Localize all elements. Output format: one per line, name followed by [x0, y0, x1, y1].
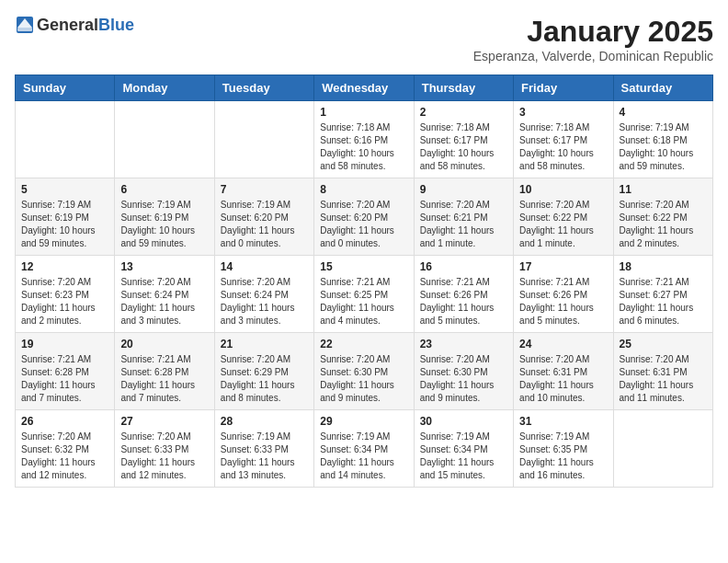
- day-number: 24: [519, 338, 607, 350]
- day-info: Sunrise: 7:20 AMSunset: 6:21 PMDaylight:…: [420, 199, 507, 250]
- day-info: Sunrise: 7:20 AMSunset: 6:30 PMDaylight:…: [420, 353, 507, 405]
- day-number: 29: [320, 415, 407, 428]
- day-info: Sunrise: 7:21 AMSunset: 6:25 PMDaylight:…: [320, 276, 407, 327]
- calendar-day-cell: 27Sunrise: 7:20 AMSunset: 6:33 PMDayligh…: [115, 410, 214, 488]
- logo-blue-text: Blue: [98, 16, 134, 35]
- day-info: Sunrise: 7:20 AMSunset: 6:33 PMDaylight:…: [120, 431, 208, 482]
- calendar-day-cell: 18Sunrise: 7:21 AMSunset: 6:27 PMDayligh…: [613, 256, 712, 333]
- calendar-day-cell: 10Sunrise: 7:20 AMSunset: 6:22 PMDayligh…: [514, 178, 613, 256]
- day-info: Sunrise: 7:19 AMSunset: 6:35 PMDaylight:…: [519, 431, 607, 482]
- day-number: 16: [420, 260, 507, 273]
- day-info: Sunrise: 7:20 AMSunset: 6:32 PMDaylight:…: [21, 431, 108, 482]
- day-info: Sunrise: 7:20 AMSunset: 6:29 PMDaylight:…: [221, 353, 308, 405]
- day-number: 7: [221, 183, 308, 196]
- calendar-header-row: SundayMondayTuesdayWednesdayThursdayFrid…: [16, 75, 713, 101]
- day-number: 4: [620, 106, 707, 119]
- calendar-week-row: 5Sunrise: 7:19 AMSunset: 6:19 PMDaylight…: [16, 178, 713, 256]
- title-section: January 2025 Esperanza, Valverde, Domini…: [473, 15, 713, 63]
- calendar-day-header: Thursday: [414, 75, 513, 101]
- day-number: 19: [21, 338, 108, 350]
- day-number: 18: [620, 260, 707, 273]
- calendar-week-row: 12Sunrise: 7:20 AMSunset: 6:23 PMDayligh…: [16, 256, 713, 333]
- calendar-day-cell: [115, 101, 214, 178]
- day-number: 9: [420, 183, 507, 196]
- calendar-day-cell: 29Sunrise: 7:19 AMSunset: 6:34 PMDayligh…: [314, 410, 414, 488]
- day-number: 5: [21, 183, 108, 196]
- day-info: Sunrise: 7:19 AMSunset: 6:34 PMDaylight:…: [420, 431, 507, 482]
- day-number: 3: [519, 106, 607, 119]
- calendar-day-header: Wednesday: [314, 75, 414, 101]
- calendar-day-cell: 9Sunrise: 7:20 AMSunset: 6:21 PMDaylight…: [414, 178, 513, 256]
- logo-icon: [15, 15, 35, 35]
- day-number: 31: [519, 415, 607, 428]
- day-info: Sunrise: 7:19 AMSunset: 6:19 PMDaylight:…: [21, 199, 108, 250]
- calendar-day-cell: 21Sunrise: 7:20 AMSunset: 6:29 PMDayligh…: [214, 333, 313, 410]
- calendar-day-header: Saturday: [613, 75, 712, 101]
- calendar-week-row: 26Sunrise: 7:20 AMSunset: 6:32 PMDayligh…: [16, 410, 713, 488]
- calendar-day-cell: 1Sunrise: 7:18 AMSunset: 6:16 PMDaylight…: [314, 101, 414, 178]
- day-number: 2: [420, 106, 507, 119]
- day-info: Sunrise: 7:21 AMSunset: 6:26 PMDaylight:…: [519, 276, 607, 327]
- day-info: Sunrise: 7:20 AMSunset: 6:30 PMDaylight:…: [320, 353, 407, 405]
- month-year-title: January 2025: [473, 15, 713, 49]
- day-info: Sunrise: 7:19 AMSunset: 6:18 PMDaylight:…: [620, 121, 707, 173]
- day-number: 11: [620, 183, 707, 196]
- day-number: 30: [420, 415, 507, 428]
- calendar-day-cell: 7Sunrise: 7:19 AMSunset: 6:20 PMDaylight…: [214, 178, 313, 256]
- calendar-day-header: Sunday: [16, 75, 115, 101]
- day-info: Sunrise: 7:18 AMSunset: 6:16 PMDaylight:…: [320, 121, 407, 173]
- day-info: Sunrise: 7:19 AMSunset: 6:20 PMDaylight:…: [221, 199, 308, 250]
- day-info: Sunrise: 7:19 AMSunset: 6:19 PMDaylight:…: [120, 199, 208, 250]
- day-number: 26: [21, 415, 108, 428]
- location-subtitle: Esperanza, Valverde, Dominican Republic: [473, 49, 713, 63]
- day-number: 12: [21, 260, 108, 273]
- calendar-day-cell: 23Sunrise: 7:20 AMSunset: 6:30 PMDayligh…: [414, 333, 513, 410]
- calendar-day-cell: 22Sunrise: 7:20 AMSunset: 6:30 PMDayligh…: [314, 333, 414, 410]
- day-info: Sunrise: 7:20 AMSunset: 6:22 PMDaylight:…: [519, 199, 607, 250]
- calendar-day-cell: 11Sunrise: 7:20 AMSunset: 6:22 PMDayligh…: [613, 178, 712, 256]
- calendar-day-cell: [214, 101, 313, 178]
- calendar-day-cell: 3Sunrise: 7:18 AMSunset: 6:17 PMDaylight…: [514, 101, 613, 178]
- day-number: 27: [120, 415, 208, 428]
- day-number: 17: [519, 260, 607, 273]
- calendar-day-cell: 6Sunrise: 7:19 AMSunset: 6:19 PMDaylight…: [115, 178, 214, 256]
- calendar-day-cell: 16Sunrise: 7:21 AMSunset: 6:26 PMDayligh…: [414, 256, 513, 333]
- day-info: Sunrise: 7:21 AMSunset: 6:28 PMDaylight:…: [21, 353, 108, 405]
- day-number: 1: [320, 106, 407, 119]
- calendar-day-cell: 30Sunrise: 7:19 AMSunset: 6:34 PMDayligh…: [414, 410, 513, 488]
- calendar-day-cell: 24Sunrise: 7:20 AMSunset: 6:31 PMDayligh…: [514, 333, 613, 410]
- calendar-day-header: Monday: [115, 75, 214, 101]
- calendar-day-cell: 5Sunrise: 7:19 AMSunset: 6:19 PMDaylight…: [16, 178, 115, 256]
- calendar-day-cell: 15Sunrise: 7:21 AMSunset: 6:25 PMDayligh…: [314, 256, 414, 333]
- calendar-day-cell: [613, 410, 712, 488]
- logo-general-text: General: [37, 16, 98, 35]
- day-number: 6: [120, 183, 208, 196]
- calendar-day-cell: 13Sunrise: 7:20 AMSunset: 6:24 PMDayligh…: [115, 256, 214, 333]
- day-info: Sunrise: 7:20 AMSunset: 6:22 PMDaylight:…: [620, 199, 707, 250]
- day-info: Sunrise: 7:18 AMSunset: 6:17 PMDaylight:…: [420, 121, 507, 173]
- calendar-day-cell: 28Sunrise: 7:19 AMSunset: 6:33 PMDayligh…: [214, 410, 313, 488]
- svg-rect-2: [17, 28, 32, 31]
- day-number: 23: [420, 338, 507, 350]
- calendar-day-cell: 8Sunrise: 7:20 AMSunset: 6:20 PMDaylight…: [314, 178, 414, 256]
- day-info: Sunrise: 7:21 AMSunset: 6:26 PMDaylight:…: [420, 276, 507, 327]
- day-number: 21: [221, 338, 308, 350]
- day-info: Sunrise: 7:20 AMSunset: 6:23 PMDaylight:…: [21, 276, 108, 327]
- logo: GeneralBlue: [15, 15, 134, 35]
- calendar-week-row: 1Sunrise: 7:18 AMSunset: 6:16 PMDaylight…: [16, 101, 713, 178]
- page-header: GeneralBlue January 2025 Esperanza, Valv…: [15, 15, 713, 63]
- calendar-day-cell: 19Sunrise: 7:21 AMSunset: 6:28 PMDayligh…: [16, 333, 115, 410]
- day-info: Sunrise: 7:19 AMSunset: 6:34 PMDaylight:…: [320, 431, 407, 482]
- calendar-table: SundayMondayTuesdayWednesdayThursdayFrid…: [15, 75, 713, 488]
- calendar-day-cell: [16, 101, 115, 178]
- calendar-day-cell: 20Sunrise: 7:21 AMSunset: 6:28 PMDayligh…: [115, 333, 214, 410]
- day-info: Sunrise: 7:20 AMSunset: 6:24 PMDaylight:…: [221, 276, 308, 327]
- day-number: 20: [120, 338, 208, 350]
- day-info: Sunrise: 7:20 AMSunset: 6:20 PMDaylight:…: [320, 199, 407, 250]
- calendar-day-cell: 26Sunrise: 7:20 AMSunset: 6:32 PMDayligh…: [16, 410, 115, 488]
- day-info: Sunrise: 7:20 AMSunset: 6:31 PMDaylight:…: [620, 353, 707, 405]
- calendar-day-cell: 4Sunrise: 7:19 AMSunset: 6:18 PMDaylight…: [613, 101, 712, 178]
- calendar-week-row: 19Sunrise: 7:21 AMSunset: 6:28 PMDayligh…: [16, 333, 713, 410]
- day-info: Sunrise: 7:20 AMSunset: 6:31 PMDaylight:…: [519, 353, 607, 405]
- day-info: Sunrise: 7:19 AMSunset: 6:33 PMDaylight:…: [221, 431, 308, 482]
